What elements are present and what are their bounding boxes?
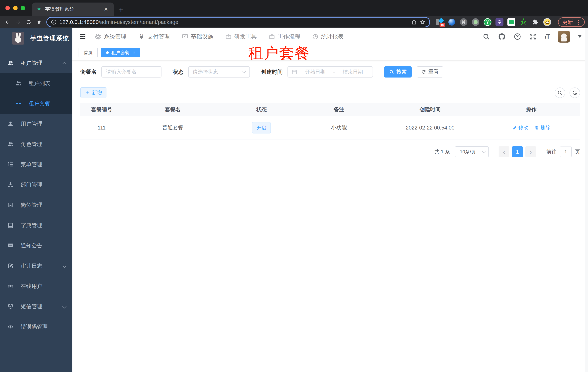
sidebar-item-label: 菜单管理 xyxy=(21,161,66,168)
avatar-caret-icon[interactable] xyxy=(578,35,581,40)
collapse-sidebar-icon[interactable] xyxy=(79,33,86,40)
nav-item-workflow[interactable]: 工作流程 xyxy=(269,33,300,40)
prev-page-button[interactable]: ‹ xyxy=(499,146,509,157)
extension-y-icon[interactable]: Y xyxy=(483,18,492,26)
show-search-toggle-button[interactable] xyxy=(555,87,565,98)
window-controls xyxy=(0,0,32,16)
reload-icon[interactable] xyxy=(24,18,33,26)
table-row[interactable]: 111 普通套餐 开启 小功能 2022-02-22 00:54:00 修改 xyxy=(80,116,580,139)
cell-actions: 修改 删除 xyxy=(483,124,580,131)
new-tab-button[interactable]: + xyxy=(119,6,123,14)
goto-page: 前往 页 xyxy=(546,147,580,157)
sidebar-item-tenant-list[interactable]: 租户列表 xyxy=(0,73,73,94)
cell-code: 111 xyxy=(80,125,123,131)
refresh-table-button[interactable] xyxy=(569,87,580,98)
goto-page-input[interactable] xyxy=(560,147,572,157)
nav-item-payment[interactable]: ¥ 支付管理 xyxy=(138,32,170,40)
page-annotation-title: 租户套餐 xyxy=(248,46,310,61)
minimize-window-button[interactable] xyxy=(13,6,18,10)
org-chart-icon xyxy=(7,181,14,188)
close-window-button[interactable] xyxy=(5,6,10,10)
sidebar-item-dept-mgmt[interactable]: 部门管理 xyxy=(0,175,73,195)
add-label: 新增 xyxy=(92,89,102,96)
tag-close-icon[interactable]: × xyxy=(133,50,135,55)
tag-label: 租户套餐 xyxy=(111,50,129,56)
user-avatar[interactable] xyxy=(558,31,570,43)
refresh-icon xyxy=(421,69,426,74)
extension-balloon-icon[interactable] xyxy=(448,18,456,26)
name-filter-input[interactable] xyxy=(101,66,161,77)
nav-item-devtools[interactable]: 研发工具 xyxy=(225,33,257,40)
share-icon[interactable] xyxy=(411,19,417,25)
site-info-icon[interactable] xyxy=(51,19,57,25)
github-icon[interactable] xyxy=(498,33,506,40)
sidebar-item-notice[interactable]: 通知公告 xyxy=(0,235,73,256)
zoom-window-button[interactable] xyxy=(21,6,25,10)
sidebar-item-error-code[interactable]: 错误码管理 xyxy=(0,317,73,337)
sidebar-logo[interactable]: 芋道管理系统 xyxy=(0,28,73,49)
edit-link[interactable]: 修改 xyxy=(512,124,528,131)
search-icon[interactable] xyxy=(483,33,490,40)
extension-dice-icon[interactable]: 10 xyxy=(436,18,444,26)
status-select[interactable]: 请选择状态 xyxy=(188,66,250,77)
sidebar-item-menu-mgmt[interactable]: 菜单管理 xyxy=(0,154,73,175)
sidebar-item-dict-mgmt[interactable]: 字典管理 xyxy=(0,215,73,235)
home-icon[interactable] xyxy=(35,18,43,26)
back-icon[interactable] xyxy=(3,18,12,26)
sidebar-item-role-mgmt[interactable]: 角色管理 xyxy=(0,134,73,154)
sidebar-item-user-mgmt[interactable]: 用户管理 xyxy=(0,114,73,134)
page-size-value: 10条/页 xyxy=(460,149,483,155)
profile-avatar-smiley[interactable] xyxy=(543,18,551,26)
tag-tenant-package[interactable]: 租户套餐 × xyxy=(101,48,140,57)
browser-menu-icon[interactable]: ⋮ xyxy=(575,19,582,25)
nav-item-infra[interactable]: 基础设施 xyxy=(182,33,213,40)
page-size-select[interactable]: 10条/页 xyxy=(455,146,489,157)
sidebar-item-label: 岗位管理 xyxy=(21,202,66,209)
next-page-button[interactable]: › xyxy=(525,146,536,157)
list-toolbar: 新增 xyxy=(80,87,580,98)
sidebar-item-label: 审计日志 xyxy=(21,262,63,270)
goto-label: 前往 xyxy=(546,148,556,155)
users-icon xyxy=(15,80,22,86)
address-bar[interactable]: 127.0.0.1:48080/admin-ui/system/tenant/p… xyxy=(47,18,430,27)
current-page-button[interactable]: 1 xyxy=(512,146,523,157)
extension-command-icon[interactable]: ⌘ xyxy=(460,18,468,26)
add-button[interactable]: 新增 xyxy=(80,87,106,98)
sidebar-item-audit-log[interactable]: 审计日志 xyxy=(0,256,73,276)
nav-item-reports[interactable]: 统计报表 xyxy=(312,33,344,40)
sidebar-item-sms-mgmt[interactable]: 短信管理 xyxy=(0,296,73,317)
font-size-icon[interactable]: tT xyxy=(545,33,550,40)
help-icon[interactable] xyxy=(514,33,521,40)
column-header: 创建时间 xyxy=(378,106,483,113)
date-range-picker[interactable]: 开始日期 - 结束日期 xyxy=(287,66,373,77)
browser-tab[interactable]: 芋道管理系统 ✕ xyxy=(32,2,114,16)
sidebar-item-tenant-package[interactable]: 租户套餐 xyxy=(0,94,73,114)
sidebar-item-post-mgmt[interactable]: 岗位管理 xyxy=(0,195,73,215)
fullscreen-icon[interactable] xyxy=(529,33,537,40)
extension-dot-icon[interactable] xyxy=(472,18,480,26)
extension-star-icon[interactable] xyxy=(519,18,527,26)
table-header-row: 套餐编号 套餐名 状态 备注 创建时间 操作 xyxy=(80,103,580,116)
extensions-puzzle-icon[interactable] xyxy=(531,18,539,26)
forward-icon[interactable] xyxy=(14,18,22,26)
extension-chat-icon[interactable] xyxy=(507,18,515,26)
extension-shield-icon[interactable] xyxy=(495,18,504,26)
nav-label: 支付管理 xyxy=(147,33,170,40)
tag-home[interactable]: 首页 xyxy=(79,48,98,57)
scrollbar[interactable] xyxy=(585,28,588,372)
reset-button[interactable]: 重置 xyxy=(417,66,443,77)
sidebar-item-online-users[interactable]: 在线用户 xyxy=(0,276,73,296)
browser-tabstrip: 芋道管理系统 ✕ + xyxy=(0,0,588,16)
bookmark-star-icon[interactable] xyxy=(420,19,426,25)
delete-link[interactable]: 删除 xyxy=(535,124,550,131)
briefcase-icon xyxy=(269,33,275,40)
nav-item-system[interactable]: 系统管理 xyxy=(95,33,126,40)
sidebar-item-tenant-group[interactable]: 租户管理 xyxy=(0,53,73,73)
name-filter-group xyxy=(101,66,161,77)
users-icon xyxy=(7,60,14,66)
search-button[interactable]: 搜索 xyxy=(384,66,412,77)
chrome-update-button[interactable]: 更新 ⋮ xyxy=(558,17,585,27)
date-filter-group: 开始日期 - 结束日期 xyxy=(287,66,373,77)
name-filter-label: 套餐名 xyxy=(80,68,97,76)
tab-close-icon[interactable]: ✕ xyxy=(103,6,110,13)
